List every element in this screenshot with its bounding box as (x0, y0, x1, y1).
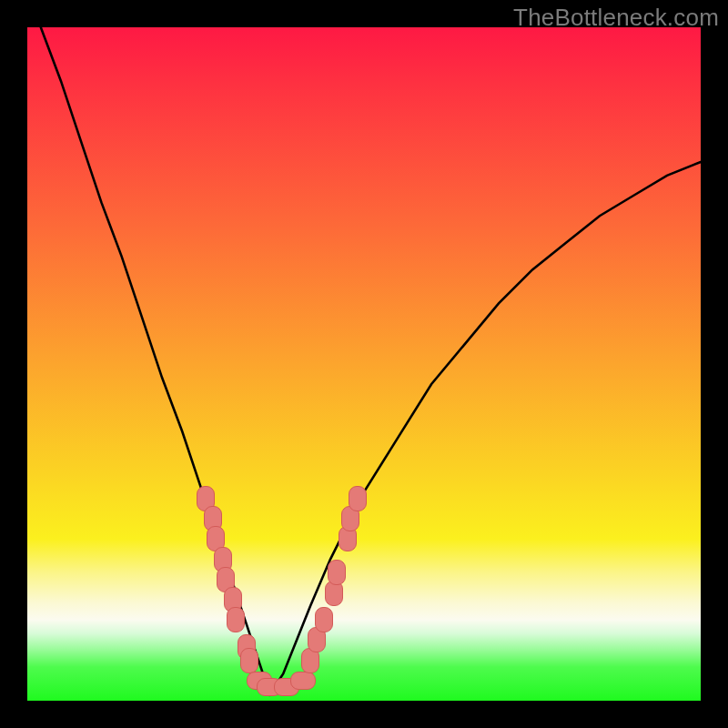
watermark-text: TheBottleneck.com (513, 4, 719, 32)
curve-marker (290, 672, 316, 690)
bottleneck-curve (27, 27, 701, 701)
chart-frame: TheBottleneck.com (0, 0, 728, 728)
curve-marker (315, 607, 333, 632)
curve-marker (240, 648, 258, 673)
curve-marker (328, 560, 346, 585)
curve-marker (349, 486, 367, 511)
curve-marker (227, 607, 245, 632)
plot-area (27, 27, 701, 701)
